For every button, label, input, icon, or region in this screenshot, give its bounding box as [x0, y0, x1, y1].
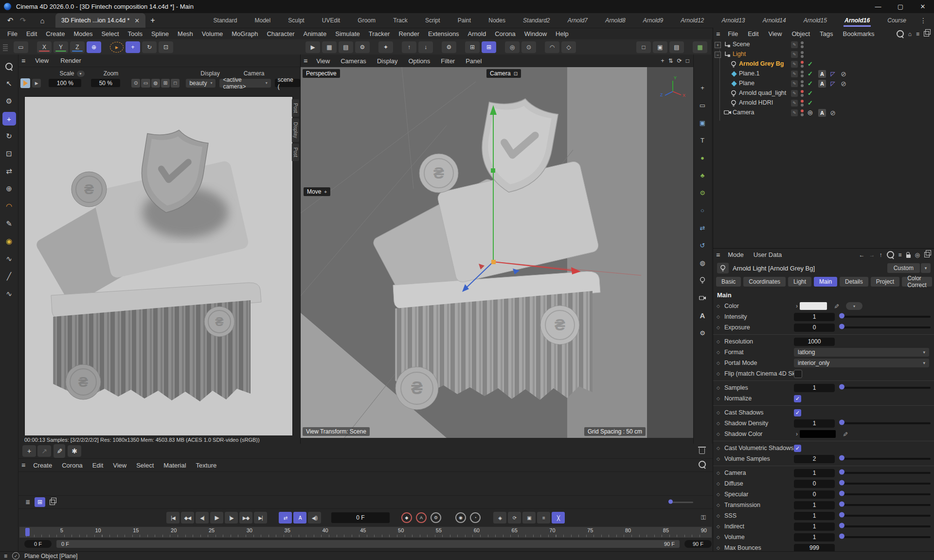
specular-slider[interactable]: [842, 493, 931, 495]
render-view-button[interactable]: ▶: [305, 41, 320, 53]
panel-menu-icon[interactable]: ≡: [21, 57, 25, 65]
workspace-tab[interactable]: Standard2: [522, 15, 551, 26]
om-menu-icon[interactable]: ≡: [716, 30, 720, 38]
om-home-icon[interactable]: ⌂: [908, 31, 912, 37]
workspace-tab[interactable]: Groom: [357, 15, 377, 26]
record-position-button[interactable]: ◉: [454, 512, 467, 524]
enabled-check-icon[interactable]: ✓: [808, 90, 813, 97]
redo-icon[interactable]: ↷: [17, 14, 29, 27]
forward-icon[interactable]: →: [869, 252, 875, 258]
am-menu-userdata[interactable]: User Data: [749, 251, 787, 258]
goto-end-button[interactable]: ▶|: [254, 512, 267, 524]
mat-menu-texture[interactable]: Texture: [191, 462, 222, 469]
tree-row-light[interactable]: − Light ✎: [713, 50, 934, 59]
snapshot-icon[interactable]: ⊙: [131, 79, 140, 88]
thumbnail-size-slider[interactable]: [672, 502, 693, 503]
next-frame-button[interactable]: |▶: [225, 512, 238, 524]
visibility-dots[interactable]: [801, 90, 804, 97]
pan-tool-icon[interactable]: ⇄: [2, 164, 16, 178]
tree-row-hdri[interactable]: Arnold HDRI ✎ ✓: [713, 98, 934, 108]
preset-button[interactable]: Custom: [887, 263, 920, 273]
timeline-ruler[interactable]: 051015202530354045505560657075808590: [19, 526, 712, 538]
transform-icon[interactable]: +: [696, 81, 709, 94]
live-selection-button[interactable]: ▸: [110, 42, 124, 53]
rotate-tool-icon[interactable]: ↻: [2, 129, 16, 143]
workplane-button[interactable]: ▭: [14, 41, 28, 53]
back-icon[interactable]: ←: [859, 252, 865, 258]
camera-input[interactable]: 1: [794, 469, 835, 477]
workspace-tab[interactable]: Arnold7: [567, 15, 589, 26]
arnold-tag[interactable]: A: [818, 70, 826, 78]
menu-item[interactable]: Simulate: [331, 28, 364, 40]
workspace-overflow-icon[interactable]: ⋮: [920, 17, 927, 24]
preset-dropdown-icon[interactable]: ▾: [921, 263, 931, 273]
arnold-a-icon[interactable]: A: [696, 309, 709, 322]
indirect-slider[interactable]: [842, 525, 931, 527]
sound-button[interactable]: ◀)): [308, 512, 321, 524]
picture-viewer-button[interactable]: ▤: [339, 41, 353, 53]
add-material-button[interactable]: +: [22, 445, 36, 457]
maximize-button[interactable]: ▢: [889, 0, 912, 13]
range-bar[interactable]: 0 F 90 F: [56, 540, 680, 548]
vp-menu-view[interactable]: View: [311, 57, 335, 65]
generator-icon[interactable]: ⚙: [696, 186, 709, 199]
anim-dot-icon[interactable]: ◇: [717, 304, 724, 308]
key-pla-button[interactable]: ≡: [537, 512, 550, 524]
tree-row-plane[interactable]: Plane ✎ ✓ A ◸ ⊘: [713, 79, 934, 89]
workspace-tab[interactable]: Nodes: [487, 15, 506, 26]
menu-item[interactable]: Extensions: [424, 28, 464, 40]
volume-input[interactable]: 1: [794, 533, 835, 542]
arc-tool-button[interactable]: ◠: [545, 41, 559, 53]
om-menu-edit[interactable]: Edit: [743, 30, 763, 37]
list-view-icon[interactable]: ≣: [22, 497, 33, 507]
block-tag-icon[interactable]: ⊘: [829, 109, 837, 117]
samples-input[interactable]: 1: [794, 384, 835, 392]
document-tab[interactable]: 3D Fintech ...ion 14.c4d * ✕: [55, 13, 145, 28]
render-play-button[interactable]: [20, 78, 30, 88]
axis-mode-button[interactable]: ◇: [561, 41, 576, 53]
visibility-dots[interactable]: [801, 109, 804, 116]
enabled-check-icon[interactable]: ✓: [808, 80, 813, 87]
shadow-density-input[interactable]: 1: [794, 419, 835, 428]
record-keyframe-button[interactable]: ◆: [400, 512, 413, 524]
menu-item[interactable]: Spline: [147, 28, 173, 40]
range-end-field[interactable]: 90 F: [684, 540, 712, 548]
expand-icon[interactable]: +: [715, 42, 721, 48]
material-menu-icon[interactable]: ≡: [21, 461, 25, 469]
camera-select[interactable]: <active camera>▾: [219, 79, 270, 88]
vp-menu-options[interactable]: Options: [404, 57, 435, 65]
delete-material-icon[interactable]: [699, 448, 705, 454]
plane-primitive-icon[interactable]: ▭: [696, 99, 709, 111]
select-cursor-icon[interactable]: ↖: [2, 77, 16, 90]
am-filter-icon[interactable]: ≡: [898, 252, 902, 258]
enabled-check-icon[interactable]: ✓: [808, 70, 813, 77]
vp-menu-cameras[interactable]: Cameras: [336, 57, 371, 65]
prev-key-button[interactable]: ◆◀: [181, 512, 194, 524]
attribute-tab[interactable]: Light: [788, 277, 811, 287]
quantize-button[interactable]: ◎: [505, 41, 520, 53]
menu-item[interactable]: Animate: [299, 28, 331, 40]
load-material-button[interactable]: ↗: [37, 445, 51, 457]
eyedropper-icon[interactable]: ✎: [842, 432, 849, 437]
exposure-input[interactable]: 0: [794, 324, 835, 332]
menu-item[interactable]: Edit: [22, 28, 41, 40]
mat-menu-material[interactable]: Material: [159, 462, 191, 469]
tree-row-scene[interactable]: + Scene ✎: [713, 40, 934, 50]
shadow-color-swatch[interactable]: [800, 430, 836, 438]
menu-item[interactable]: File: [3, 28, 22, 40]
ramp-tag-icon[interactable]: ◸: [829, 80, 837, 88]
viewport-canvas[interactable]: ₴ ₴ ₴ Y: [301, 67, 693, 438]
menu-item[interactable]: Volume: [198, 28, 227, 40]
om-filter-icon[interactable]: ≡: [916, 31, 919, 37]
aov-grid-icon[interactable]: ⊞: [161, 79, 170, 88]
mat-menu-select[interactable]: Select: [131, 462, 159, 469]
collapse-icon[interactable]: −: [715, 52, 721, 58]
world-axis-button[interactable]: ⊕: [87, 41, 101, 53]
camera-chip[interactable]: Camera⊡: [486, 69, 521, 78]
attribute-tab[interactable]: Project: [871, 277, 899, 287]
arnold-render-button[interactable]: ✦: [378, 41, 393, 53]
om-menu-bookmarks[interactable]: Bookmarks: [838, 30, 880, 37]
workspace-tab[interactable]: Model: [253, 15, 271, 26]
zoom-tool-icon[interactable]: [2, 59, 16, 73]
volume-samples-slider[interactable]: [842, 458, 931, 460]
